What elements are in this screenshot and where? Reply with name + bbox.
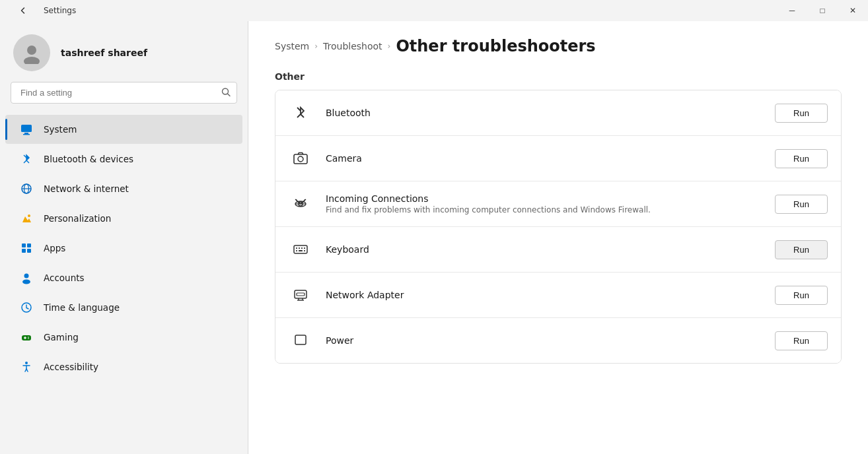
svg-rect-32: [301, 247, 303, 249]
svg-rect-6: [23, 134, 30, 135]
sidebar-item-apps[interactable]: Apps: [5, 234, 242, 263]
svg-rect-24: [294, 154, 307, 164]
svg-rect-30: [296, 247, 297, 249]
system-icon: [18, 121, 34, 137]
run-button-incoming[interactable]: Run: [775, 195, 828, 214]
sidebar-item-personalization[interactable]: Personalization: [5, 204, 242, 233]
sidebar-item-personalization-label: Personalization: [44, 213, 111, 224]
minimize-button[interactable]: ─: [777, 0, 807, 21]
window-controls: ─ □ ✕: [777, 0, 868, 21]
ts-desc-incoming: Find and fix problems with incoming comp…: [326, 205, 762, 214]
apps-icon: [18, 240, 34, 256]
svg-point-0: [27, 46, 36, 55]
svg-rect-5: [24, 133, 28, 134]
svg-rect-29: [294, 245, 307, 253]
svg-rect-11: [22, 243, 26, 247]
network-icon: [18, 181, 34, 197]
app-container: tashreef shareef: [0, 21, 868, 454]
svg-point-23: [25, 362, 28, 364]
sidebar-item-accounts[interactable]: Accounts: [5, 263, 242, 292]
ts-item-network-adapter: Network Adapter Run: [275, 273, 841, 318]
troubleshooter-list: Bluetooth Run Camera Run: [275, 90, 842, 364]
section-label: Other: [275, 71, 842, 82]
back-button[interactable]: [8, 0, 38, 21]
ts-item-keyboard: Keyboard Run: [275, 227, 841, 273]
sidebar-item-accessibility-label: Accessibility: [44, 362, 98, 372]
ts-item-bluetooth: Bluetooth Run: [275, 90, 841, 136]
maximize-button[interactable]: □: [807, 0, 838, 21]
breadcrumb-sep-1: ›: [314, 42, 318, 51]
svg-point-16: [22, 280, 30, 284]
gaming-icon: [18, 329, 34, 345]
breadcrumb-troubleshoot[interactable]: Troubleshoot: [323, 41, 382, 51]
run-button-camera[interactable]: Run: [775, 149, 828, 168]
personalization-icon: [18, 211, 34, 226]
search-box: [11, 82, 237, 104]
ts-info-incoming: Incoming Connections Find and fix proble…: [326, 193, 762, 214]
ts-name-power: Power: [326, 335, 762, 346]
sidebar-item-gaming[interactable]: Gaming: [5, 323, 242, 352]
accounts-icon: [18, 270, 34, 286]
ts-name-incoming: Incoming Connections: [326, 193, 762, 204]
network-adapter-ts-icon: [289, 283, 312, 307]
ts-info-network-adapter: Network Adapter: [326, 290, 762, 300]
svg-rect-38: [297, 293, 305, 296]
svg-rect-33: [304, 247, 305, 249]
svg-point-1: [24, 57, 40, 64]
time-icon: [18, 300, 34, 315]
svg-line-3: [228, 94, 231, 96]
ts-name-keyboard: Keyboard: [326, 244, 762, 255]
close-button[interactable]: ✕: [838, 0, 868, 21]
sidebar-item-gaming-label: Gaming: [44, 332, 79, 342]
username: tashreef shareef: [61, 48, 147, 58]
ts-name-network-adapter: Network Adapter: [326, 290, 762, 300]
sidebar-item-time[interactable]: Time & language: [5, 293, 242, 322]
search-input[interactable]: [11, 82, 237, 104]
breadcrumb-system[interactable]: System: [275, 41, 309, 51]
ts-name-camera: Camera: [326, 153, 762, 164]
sidebar-item-system[interactable]: System: [5, 115, 242, 144]
run-button-power[interactable]: Run: [775, 331, 828, 350]
sidebar-item-accessibility[interactable]: Accessibility: [5, 352, 242, 381]
svg-point-21: [28, 337, 29, 338]
ts-item-incoming-connections: Incoming Connections Find and fix proble…: [275, 181, 841, 227]
svg-rect-13: [22, 249, 26, 253]
user-section: tashreef shareef: [0, 21, 248, 82]
svg-point-25: [298, 156, 303, 162]
ts-info-power: Power: [326, 335, 762, 346]
sidebar-item-time-label: Time & language: [44, 302, 120, 313]
ts-name-bluetooth: Bluetooth: [326, 108, 762, 118]
sidebar-item-network-label: Network & internet: [44, 183, 129, 194]
accessibility-icon: [18, 359, 34, 375]
run-button-network-adapter[interactable]: Run: [775, 286, 828, 305]
run-button-keyboard[interactable]: Run: [775, 240, 828, 259]
incoming-connections-ts-icon: [289, 192, 312, 216]
ts-info-camera: Camera: [326, 153, 762, 164]
power-ts-icon: [289, 329, 312, 352]
sidebar-item-network[interactable]: Network & internet: [5, 174, 242, 203]
camera-ts-icon: [289, 146, 312, 170]
sidebar-item-apps-label: Apps: [44, 243, 65, 253]
titlebar: Settings ─ □ ✕: [0, 0, 868, 21]
sidebar-item-bluetooth-label: Bluetooth & devices: [44, 154, 133, 164]
sidebar-nav: System Bluetooth & devices: [0, 114, 248, 382]
svg-rect-34: [296, 250, 297, 251]
svg-rect-12: [27, 243, 31, 247]
app-title: Settings: [44, 6, 76, 15]
breadcrumb: System › Troubleshoot › Other troublesho…: [275, 37, 842, 55]
svg-rect-35: [299, 250, 303, 251]
svg-rect-4: [21, 125, 32, 132]
avatar: [13, 34, 50, 71]
svg-rect-36: [304, 250, 305, 251]
ts-info-keyboard: Keyboard: [326, 244, 762, 255]
run-button-bluetooth[interactable]: Run: [775, 104, 828, 123]
ts-item-power: Power Run: [275, 318, 841, 363]
content-area: System › Troubleshoot › Other troublesho…: [248, 21, 868, 454]
sidebar: tashreef shareef: [0, 21, 248, 454]
bluetooth-ts-icon: [289, 101, 312, 125]
svg-point-15: [24, 274, 29, 278]
svg-rect-42: [295, 335, 306, 344]
sidebar-item-bluetooth[interactable]: Bluetooth & devices: [5, 145, 242, 174]
ts-info-bluetooth: Bluetooth: [326, 108, 762, 118]
sidebar-item-accounts-label: Accounts: [44, 273, 85, 283]
